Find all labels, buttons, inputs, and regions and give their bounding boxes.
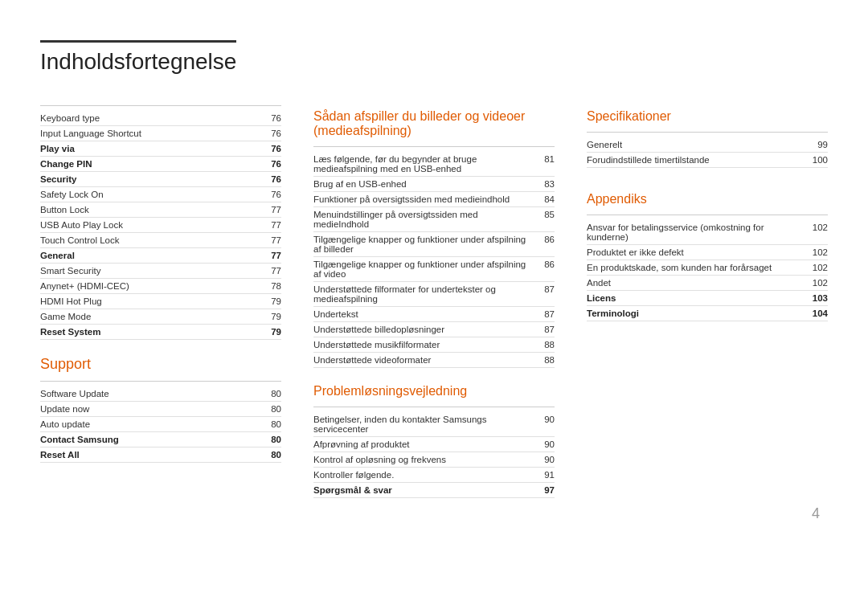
col3-divider1 bbox=[587, 132, 828, 133]
toc-row: Play via76 bbox=[40, 141, 281, 157]
page-number: 4 bbox=[812, 505, 820, 522]
toc-page-num: 100 bbox=[808, 155, 828, 165]
toc-label: Generelt bbox=[587, 140, 808, 149]
toc-label: Game Mode bbox=[40, 312, 261, 321]
toc-label: Touch Control Lock bbox=[40, 235, 261, 245]
toc-row: Undertekst87 bbox=[313, 307, 555, 322]
col1-main-section: Keyboard type76Input Language Shortcut76… bbox=[40, 105, 281, 340]
toc-page-num: 102 bbox=[808, 247, 828, 257]
toc-page-num: 79 bbox=[261, 312, 281, 321]
toc-label: Kontrol af opløsning og frekvens bbox=[313, 455, 534, 464]
toc-row: Generelt99 bbox=[587, 137, 828, 153]
toc-page-num: 104 bbox=[808, 309, 828, 318]
col3-divider2 bbox=[587, 215, 828, 215]
toc-row: Update now80 bbox=[40, 402, 281, 417]
toc-label: Andet bbox=[587, 278, 808, 288]
toc-label: Smart Security bbox=[40, 266, 261, 276]
toc-label: Input Language Shortcut bbox=[40, 129, 261, 138]
toc-row: Understøttede filformater for undertekst… bbox=[313, 282, 555, 307]
toc-label: Change PIN bbox=[40, 159, 261, 169]
toc-row: Change PIN76 bbox=[40, 157, 281, 172]
toc-page-num: 79 bbox=[261, 327, 281, 337]
toc-page-num: 76 bbox=[261, 174, 281, 184]
toc-row: Input Language Shortcut76 bbox=[40, 126, 281, 141]
toc-page-num: 77 bbox=[261, 220, 281, 230]
toc-label: Update now bbox=[40, 404, 261, 414]
toc-row: Læs følgende, før du begynder at bruge m… bbox=[313, 152, 555, 177]
toc-row: Auto update80 bbox=[40, 417, 281, 432]
col2-section1: Sådan afspiller du billeder og videoer (… bbox=[313, 109, 555, 368]
toc-page-num: 90 bbox=[534, 439, 555, 449]
support-items: Software Update80Update now80Auto update… bbox=[40, 386, 281, 463]
toc-row: USB Auto Play Lock77 bbox=[40, 218, 281, 233]
toc-row: Ansvar for betalingsservice (omkostning … bbox=[587, 220, 828, 245]
toc-row: Button Lock77 bbox=[40, 202, 281, 218]
toc-label: Betingelser, inden du kontakter Samsungs… bbox=[313, 415, 534, 434]
toc-row: Afprøvning af produktet90 bbox=[313, 437, 555, 452]
toc-page-num: 80 bbox=[261, 419, 281, 429]
toc-page-num: 87 bbox=[534, 284, 555, 304]
toc-page-num: 84 bbox=[534, 194, 555, 204]
toc-row: Smart Security77 bbox=[40, 264, 281, 279]
toc-label: Understøttede billedopløsninger bbox=[313, 325, 534, 334]
toc-label: Software Update bbox=[40, 389, 261, 398]
toc-row: Tilgængelige knapper og funktioner under… bbox=[313, 257, 555, 282]
col2-items: Læs følgende, før du begynder at bruge m… bbox=[313, 152, 555, 368]
toc-row: Understøttede billedopløsninger87 bbox=[313, 322, 555, 337]
toc-page-num: 80 bbox=[261, 389, 281, 398]
toc-label: Auto update bbox=[40, 419, 261, 429]
toc-row: Tilgængelige knapper og funktioner under… bbox=[313, 232, 555, 257]
toc-row: Andet102 bbox=[587, 276, 828, 291]
toc-page-num: 90 bbox=[534, 455, 555, 464]
toc-page-num: 88 bbox=[534, 355, 555, 365]
col3-items: Generelt99Forudindstillede timertilstand… bbox=[587, 137, 828, 168]
toc-page-num: 76 bbox=[261, 113, 281, 123]
toc-label: Understøttede videoformater bbox=[313, 355, 534, 365]
col2-divider1 bbox=[313, 146, 555, 147]
toc-page-num: 80 bbox=[261, 435, 281, 444]
toc-page-num: 97 bbox=[534, 485, 555, 495]
toc-page-num: 77 bbox=[261, 205, 281, 215]
toc-page-num: 76 bbox=[261, 190, 281, 199]
page: Indholdsfortegnelse Keyboard type76Input… bbox=[16, 0, 852, 538]
toc-page-num: 102 bbox=[808, 278, 828, 288]
toc-page-num: 77 bbox=[261, 251, 281, 260]
toc-page-num: 83 bbox=[534, 179, 555, 189]
toc-label: Afprøvning af produktet bbox=[313, 439, 534, 449]
toc-label: Tilgængelige knapper og funktioner under… bbox=[313, 260, 534, 279]
col3-section2-items: Ansvar for betalingsservice (omkostning … bbox=[587, 220, 828, 321]
toc-page-num: 99 bbox=[808, 140, 828, 149]
toc-page-num: 80 bbox=[261, 404, 281, 414]
toc-row: Game Mode79 bbox=[40, 309, 281, 325]
toc-label: Button Lock bbox=[40, 205, 261, 215]
toc-page-num: 76 bbox=[261, 144, 281, 153]
toc-page-num: 85 bbox=[534, 210, 555, 229]
toc-label: Reset System bbox=[40, 327, 261, 337]
column-3: Specifikationer Generelt99Forudindstille… bbox=[587, 105, 828, 514]
toc-label: Undertekst bbox=[313, 309, 534, 319]
toc-label: Læs følgende, før du begynder at bruge m… bbox=[313, 154, 534, 174]
col3-section1: Specifikationer Generelt99Forudindstille… bbox=[587, 109, 828, 168]
toc-row: Menuindstillinger på oversigtssiden med … bbox=[313, 207, 555, 232]
column-1: Keyboard type76Input Language Shortcut76… bbox=[40, 105, 281, 514]
toc-page-num: 86 bbox=[534, 260, 555, 279]
toc-page-num: 88 bbox=[534, 340, 555, 349]
toc-page-num: 87 bbox=[534, 325, 555, 334]
page-title: Indholdsfortegnelse bbox=[40, 40, 236, 81]
toc-row: Safety Lock On76 bbox=[40, 187, 281, 202]
toc-row: En produktskade, som kunden har forårsag… bbox=[587, 260, 828, 276]
toc-page-num: 90 bbox=[534, 415, 555, 434]
toc-page-num: 86 bbox=[534, 235, 555, 254]
toc-row: Betingelser, inden du kontakter Samsungs… bbox=[313, 412, 555, 437]
toc-label: Licens bbox=[587, 293, 808, 303]
toc-row: Understøttede musikfilformater88 bbox=[313, 337, 555, 353]
toc-row: Touch Control Lock77 bbox=[40, 233, 281, 248]
toc-row: Keyboard type76 bbox=[40, 111, 281, 126]
col1-items: Keyboard type76Input Language Shortcut76… bbox=[40, 111, 281, 340]
toc-row: Anynet+ (HDMI-CEC)78 bbox=[40, 279, 281, 294]
column-2: Sådan afspiller du billeder og videoer (… bbox=[313, 105, 555, 514]
toc-page-num: 91 bbox=[534, 470, 555, 480]
support-title: Support bbox=[40, 356, 281, 373]
toc-row: Software Update80 bbox=[40, 386, 281, 402]
toc-label: Reset All bbox=[40, 450, 261, 460]
